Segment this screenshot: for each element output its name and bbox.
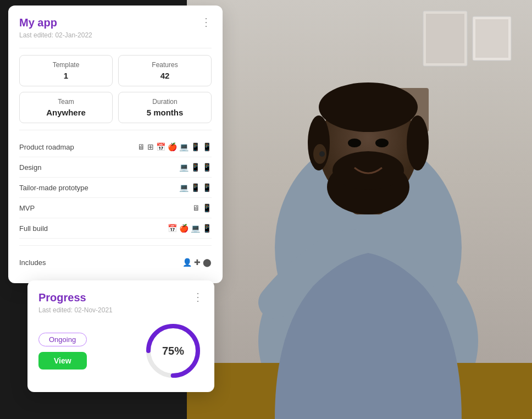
progress-title: Progress [38, 291, 86, 304]
stat-template: Template 1 [19, 55, 113, 86]
card-divider-top [19, 48, 212, 48]
icon-laptop: 💻 [179, 183, 189, 192]
icon-plus: ✚ [194, 258, 201, 267]
progress-left: Ongoing View [38, 333, 87, 370]
view-button[interactable]: View [38, 352, 87, 370]
status-badge: Ongoing [38, 333, 87, 346]
feature-label: MVP [19, 204, 35, 212]
progress-content: Ongoing View 75% [38, 321, 203, 381]
icon-mobile: 📱 [202, 163, 212, 172]
icon-desktop: 🖥 [192, 203, 200, 212]
icon-laptop: 💻 [179, 142, 189, 151]
stat-team: Team Anywhere [19, 92, 113, 123]
card-progress: Progress ⋮ Last edited: 02-Nov-2021 Ongo… [27, 280, 214, 392]
feature-label: Full build [19, 224, 48, 233]
progress-subtitle: Last edited: 02-Nov-2021 [38, 306, 203, 314]
feature-product-roadmap: Product roadmap 🖥 ⊞ 📅 🍎 💻 📱 📱 [19, 137, 212, 157]
icon-laptop: 💻 [191, 224, 200, 233]
icon-tablet: 📱 [191, 183, 200, 192]
icon-calendar: 📅 [156, 142, 165, 151]
card-divider-mid [19, 130, 212, 130]
stat-duration: Duration 5 months [118, 92, 212, 123]
stat-duration-label: Duration [126, 98, 203, 106]
feature-icons: 🖥 ⊞ 📅 🍎 💻 📱 📱 [137, 142, 212, 151]
icon-tablet: 📱 [191, 142, 200, 151]
progress-menu-icon[interactable]: ⋮ [192, 291, 203, 302]
feature-label: Product roadmap [19, 143, 74, 151]
feature-label: Design [19, 163, 41, 172]
icon-mobile: 📱 [202, 183, 212, 192]
progress-percent-text: 75% [162, 345, 184, 357]
feature-includes: Includes 👤 ✚ ⬤ [19, 252, 212, 272]
icon-person: 👤 [182, 258, 192, 267]
icon-apple: 🍎 [168, 142, 177, 151]
icon-mobile: 📱 [202, 203, 212, 212]
stat-features-value: 42 [126, 71, 203, 80]
icon-laptop: 💻 [179, 163, 189, 172]
icon-grid: ⊞ [147, 142, 154, 151]
stat-duration-value: 5 months [126, 108, 203, 117]
card-myapp: My app ⋮ Last edited: 02-Jan-2022 Templa… [8, 5, 223, 283]
card-divider-bottom [19, 245, 212, 246]
feature-design: Design 💻 📱 📱 [19, 157, 212, 178]
feature-icons: 📅 🍎 💻 📱 [168, 224, 212, 233]
feature-label: Tailor-made prototype [19, 184, 88, 192]
icon-apple: 🍎 [179, 224, 189, 233]
stat-template-label: Template [27, 61, 104, 69]
myapp-subtitle: Last edited: 02-Jan-2022 [19, 31, 212, 39]
stat-team-value: Anywhere [27, 108, 104, 117]
icon-mobile: 📱 [202, 224, 212, 233]
stat-features-label: Features [126, 61, 203, 69]
feature-mvp: MVP 🖥 📱 [19, 198, 212, 218]
icon-mobile: 📱 [202, 142, 212, 151]
includes-label: Includes [19, 258, 46, 267]
stats-grid: Template 1 Features 42 Team Anywhere Dur… [19, 55, 212, 123]
feature-fullbuild: Full build 📅 🍎 💻 📱 [19, 218, 212, 239]
feature-prototype: Tailor-made prototype 💻 📱 📱 [19, 178, 212, 198]
icon-circle: ⬤ [203, 258, 212, 267]
feature-icons: 💻 📱 📱 [179, 163, 212, 172]
feature-icons: 💻 📱 📱 [179, 183, 212, 192]
stat-template-value: 1 [27, 71, 104, 80]
photo-background [187, 0, 532, 419]
myapp-title: My app [19, 16, 57, 29]
stat-features: Features 42 [118, 55, 212, 86]
icon-desktop: 🖥 [137, 142, 145, 151]
myapp-menu-icon[interactable]: ⋮ [201, 16, 212, 27]
icon-calendar: 📅 [168, 224, 177, 233]
progress-circle: 75% [143, 321, 203, 381]
icon-tablet: 📱 [191, 163, 200, 172]
stat-team-label: Team [27, 98, 104, 106]
feature-icons: 🖥 📱 [192, 203, 212, 212]
includes-icons: 👤 ✚ ⬤ [182, 258, 212, 267]
